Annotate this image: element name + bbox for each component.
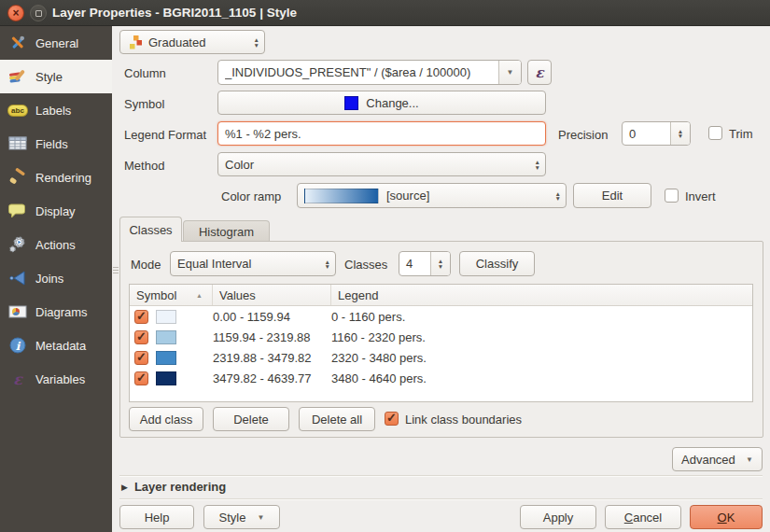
mode-combo[interactable]: Equal Interval ▲▼ — [170, 251, 336, 276]
color-ramp-label: Color ramp — [221, 189, 281, 203]
diagram-icon — [7, 302, 28, 321]
header-values[interactable]: Values — [213, 285, 331, 305]
add-class-label: Add class — [140, 413, 192, 427]
classes-count-value: 4 — [399, 252, 430, 275]
color-ramp-combo[interactable]: [source] ▲▼ — [297, 183, 567, 208]
legend-format-input[interactable]: %1 - %2 pers. — [217, 121, 546, 146]
apply-label: Apply — [543, 511, 574, 525]
header-legend[interactable]: Legend — [331, 285, 752, 305]
delete-button[interactable]: Delete — [213, 407, 289, 431]
invert-checkbox[interactable] — [665, 189, 679, 203]
chevron-down-icon: ▼ — [746, 455, 753, 464]
class-color-swatch[interactable] — [156, 371, 176, 385]
sidebar-item-label: Rendering — [35, 171, 91, 185]
precision-value: 0 — [623, 122, 670, 145]
spinner-arrows-icon: ▲▼ — [535, 160, 540, 170]
tab-histogram[interactable]: Histogram — [183, 220, 270, 242]
close-icon[interactable]: × — [7, 5, 24, 21]
column-label: Column — [124, 66, 166, 80]
class-color-swatch[interactable] — [156, 330, 176, 344]
sidebar-item-variables[interactable]: ε Variables — [0, 362, 112, 396]
column-combo[interactable]: _INDIVIDUOS_PRESENT" / ($area / 100000) … — [217, 60, 522, 85]
sidebar-item-metadata[interactable]: i Metadata — [0, 329, 112, 362]
table-row[interactable]: 3479.82 - 4639.77 3480 - 4640 pers. — [130, 368, 752, 388]
class-visibility-checkbox[interactable] — [134, 330, 148, 344]
class-legend: 1160 - 2320 pers. — [331, 330, 752, 344]
symbol-change-button[interactable]: Change... — [217, 91, 546, 115]
spinner-arrows-icon[interactable]: ▲▼ — [430, 252, 450, 275]
class-values: 0.00 - 1159.94 — [213, 310, 331, 324]
expander-triangle-icon: ▶ — [121, 483, 128, 492]
table-row[interactable]: 1159.94 - 2319.88 1160 - 2320 pers. — [130, 327, 752, 347]
cancel-button[interactable]: Cancel — [605, 505, 681, 529]
sidebar-item-label: Fields — [35, 137, 68, 151]
edit-ramp-button[interactable]: Edit — [573, 183, 651, 208]
cancel-label: Cancel — [624, 511, 662, 525]
table-row[interactable]: 2319.88 - 3479.82 2320 - 3480 pers. — [130, 347, 752, 368]
sidebar-item-actions[interactable]: Actions — [0, 228, 112, 261]
renderer-type-combo[interactable]: Graduated ▲▼ — [119, 30, 265, 54]
advanced-button[interactable]: Advanced ▼ — [672, 447, 763, 471]
spinner-arrows-icon: ▲▼ — [555, 190, 561, 201]
sidebar-item-label: Metadata — [35, 339, 86, 353]
join-arrow-icon — [7, 269, 28, 287]
class-legend: 0 - 1160 pers. — [331, 310, 752, 324]
trim-label: Trim — [729, 127, 753, 141]
delete-all-button[interactable]: Delete all — [299, 407, 375, 431]
ok-button[interactable]: OK — [690, 505, 763, 529]
edit-ramp-label: Edit — [602, 189, 623, 203]
expression-epsilon-icon: ε — [535, 64, 543, 81]
layer-rendering-expander[interactable]: ▶ Layer rendering — [121, 480, 226, 494]
splitter-handle[interactable] — [113, 261, 119, 278]
link-class-boundaries-label: Link class boundaries — [405, 413, 522, 427]
class-visibility-checkbox[interactable] — [134, 351, 148, 365]
add-class-button[interactable]: Add class — [129, 407, 203, 431]
tab-classes[interactable]: Classes — [119, 217, 182, 242]
help-button[interactable]: Help — [119, 505, 194, 529]
graduated-icon — [127, 33, 144, 51]
classes-count-spinbox[interactable]: 4 ▲▼ — [399, 251, 451, 276]
classes-table-header: Symbol ▲ Values Legend — [130, 285, 752, 306]
sidebar-item-diagrams[interactable]: Diagrams — [0, 295, 112, 329]
class-legend: 2320 - 3480 pers. — [331, 351, 752, 365]
method-combo[interactable]: Color ▲▼ — [217, 152, 546, 176]
classes-count-label: Classes — [344, 258, 387, 272]
class-visibility-checkbox[interactable] — [134, 310, 148, 324]
sidebar-item-fields[interactable]: Fields — [0, 127, 112, 161]
trim-checkbox[interactable] — [708, 126, 722, 140]
abc-icon: abc — [7, 101, 28, 119]
style-menu-button[interactable]: Style ▼ — [203, 505, 280, 529]
sidebar-item-label: Style — [35, 70, 63, 84]
spinner-arrows-icon: ▲▼ — [254, 37, 259, 48]
brush-icon — [7, 168, 28, 187]
mode-label: Mode — [131, 258, 161, 272]
restore-icon[interactable] — [30, 5, 47, 21]
chevron-down-icon[interactable]: ▼ — [498, 61, 521, 84]
link-class-boundaries-checkbox[interactable] — [385, 412, 399, 426]
precision-spinbox[interactable]: 0 ▲▼ — [622, 121, 691, 146]
class-visibility-checkbox[interactable] — [134, 371, 148, 385]
symbol-color-swatch — [344, 96, 358, 110]
classify-button[interactable]: Classify — [459, 251, 535, 276]
tab-histogram-label: Histogram — [199, 225, 254, 239]
sidebar-item-style[interactable]: Style — [0, 60, 112, 93]
expression-builder-button[interactable]: ε — [527, 60, 552, 85]
sidebar-item-display[interactable]: Display — [0, 194, 112, 228]
class-color-swatch[interactable] — [156, 351, 176, 365]
spinner-arrows-icon[interactable]: ▲▼ — [670, 122, 690, 145]
sidebar-item-joins[interactable]: Joins — [0, 261, 112, 295]
delete-all-label: Delete all — [312, 413, 362, 427]
column-value: _INDIVIDUOS_PRESENT" / ($area / 100000) — [225, 65, 470, 79]
sidebar-item-general[interactable]: General — [0, 26, 112, 60]
epsilon-icon: ε — [7, 370, 28, 388]
apply-button[interactable]: Apply — [520, 505, 596, 529]
titlebar: × Layer Properties - BGRI2011_1105 | Sty… — [0, 0, 770, 26]
header-symbol[interactable]: Symbol ▲ — [130, 285, 213, 305]
sidebar-item-rendering[interactable]: Rendering — [0, 161, 112, 194]
info-icon: i — [7, 336, 28, 355]
sidebar-item-label: General — [35, 36, 78, 50]
paintbrush-icon — [7, 67, 28, 86]
class-color-swatch[interactable] — [156, 310, 176, 324]
table-row[interactable]: 0.00 - 1159.94 0 - 1160 pers. — [130, 306, 752, 327]
sidebar-item-labels[interactable]: abc Labels — [0, 93, 112, 127]
